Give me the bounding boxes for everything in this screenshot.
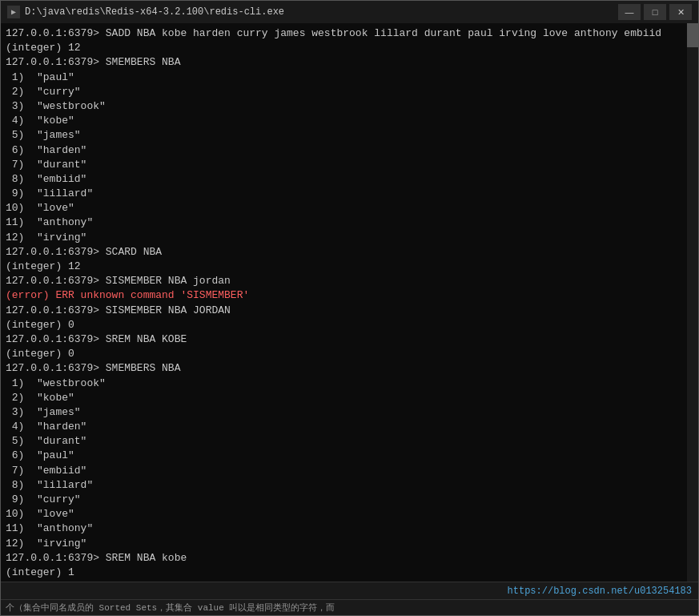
app-icon: ▶ (7, 6, 20, 18)
statusbar: https://blog.csdn.net/u013254183 (1, 582, 698, 599)
bottom-text: 个（集合中同名成员的 Sorted Sets，其集合 value 叫以是相同类型… (6, 602, 335, 614)
terminal-line: 10) "love" (6, 201, 693, 215)
terminal-line: 1) "westbrook" (6, 376, 693, 391)
terminal-line: 3) "james" (6, 405, 693, 420)
terminal-line: 127.0.0.1:6379> SISMEMBER NBA jordan (6, 274, 693, 288)
terminal-line: 10) "love" (6, 507, 693, 521)
terminal-line: 127.0.0.1:6379> SMEMBERS NBA (6, 361, 693, 376)
terminal-line: 6) "paul" (6, 449, 693, 463)
terminal-line: 5) "durant" (6, 434, 693, 449)
terminal-line: 127.0.0.1:6379> SADD NBA kobe harden cur… (6, 26, 693, 41)
terminal-line: 11) "anthony" (6, 215, 693, 230)
terminal-line: 1) "paul" (6, 70, 693, 85)
terminal-content: 127.0.0.1:6379> SADD NBA kobe harden cur… (6, 26, 693, 578)
terminal-line: 127.0.0.1:6379> SISMEMBER NBA JORDAN (6, 304, 693, 318)
scrollbar[interactable] (687, 23, 698, 582)
terminal-line: 127.0.0.1:6379> SREM NBA kobe (6, 551, 693, 566)
close-button[interactable]: ✕ (669, 4, 692, 20)
terminal-line: 8) "lillard" (6, 478, 693, 493)
window-title: D:\java\redis\Redis-x64-3.2.100\redis-cl… (25, 6, 618, 18)
terminal-line: 11) "anthony" (6, 521, 693, 536)
terminal-line: 6) "harden" (6, 143, 693, 158)
terminal-line: 127.0.0.1:6379> SCARD NBA (6, 245, 693, 260)
minimize-button[interactable]: — (618, 4, 641, 20)
terminal-line: 5) "james" (6, 128, 693, 143)
terminal-body[interactable]: 127.0.0.1:6379> SADD NBA kobe harden cur… (1, 23, 698, 582)
terminal-line: 8) "embiid" (6, 172, 693, 187)
terminal-line: 2) "kobe" (6, 391, 693, 405)
terminal-line: (error) ERR unknown command 'SISMEMBER' (6, 288, 693, 303)
titlebar: ▶ D:\java\redis\Redis-x64-3.2.100\redis-… (1, 1, 698, 23)
terminal-line: 3) "westbrook" (6, 99, 693, 114)
window: ▶ D:\java\redis\Redis-x64-3.2.100\redis-… (0, 0, 699, 616)
terminal-line: (integer) 0 (6, 318, 693, 332)
window-controls: — □ ✕ (618, 4, 692, 20)
terminal-line: 12) "irving" (6, 231, 693, 245)
terminal-line: 7) "durant" (6, 158, 693, 172)
terminal-line: 9) "curry" (6, 493, 693, 507)
terminal-line: (integer) 0 (6, 347, 693, 361)
terminal-line: 127.0.0.1:6379> SMEMBERS NBA (6, 55, 693, 70)
maximize-button[interactable]: □ (644, 4, 666, 20)
terminal-line: 9) "lillard" (6, 187, 693, 201)
terminal-line: 4) "kobe" (6, 114, 693, 128)
statusbar-link: https://blog.csdn.net/u013254183 (508, 586, 692, 597)
terminal-line: (integer) 1 (6, 566, 693, 578)
scrollbar-thumb[interactable] (687, 23, 698, 47)
terminal-line: 12) "irving" (6, 537, 693, 551)
terminal-line: 7) "embiid" (6, 464, 693, 478)
terminal-line: 4) "harden" (6, 420, 693, 434)
terminal-line: (integer) 12 (6, 41, 693, 55)
terminal-line: (integer) 12 (6, 260, 693, 274)
terminal-line: 2) "curry" (6, 85, 693, 99)
bottom-bar: 个（集合中同名成员的 Sorted Sets，其集合 value 叫以是相同类型… (1, 599, 698, 615)
terminal-line: 127.0.0.1:6379> SREM NBA KOBE (6, 332, 693, 347)
